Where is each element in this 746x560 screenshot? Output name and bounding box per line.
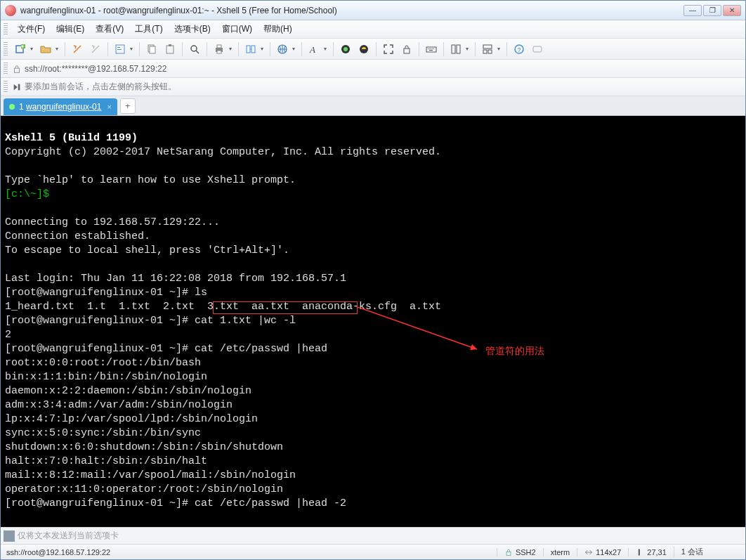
status-protocol: SSH2 [497, 548, 543, 556]
command: cat 1.txt |wc -l [195, 315, 296, 327]
cursor-icon [636, 548, 644, 556]
terminal-line: lp:x:4:7:lp:/var/spool/lpd:/sbin/nologin [5, 413, 258, 425]
transfer-button[interactable] [242, 41, 259, 58]
svg-rect-6 [150, 46, 155, 53]
disconnect-button[interactable] [87, 41, 104, 58]
menubar: 文件(F) 编辑(E) 查看(V) 工具(T) 选项卡(B) 窗口(W) 帮助(… [1, 20, 745, 39]
globe-button[interactable] [274, 41, 291, 58]
new-session-button[interactable] [12, 41, 29, 58]
send-scope-icon[interactable] [4, 530, 15, 542]
command: ls [195, 287, 207, 299]
menu-file[interactable]: 文件(F) [12, 21, 51, 37]
minimize-button[interactable]: — [683, 5, 702, 16]
svg-rect-20 [404, 48, 410, 53]
input-hint: 仅将文本发送到当前选项卡 [18, 530, 119, 542]
maximize-button[interactable]: ❐ [703, 5, 721, 16]
svg-rect-37 [18, 84, 20, 90]
copy-button[interactable] [143, 41, 160, 58]
svg-rect-14 [251, 46, 255, 53]
svg-rect-21 [426, 47, 436, 52]
tab-close-icon[interactable]: × [107, 103, 111, 111]
terminal-line: mail:x:8:12:mail:/var/spool/mail:/sbin/n… [5, 469, 296, 481]
tab-label: wangruifenglinux-01 [26, 102, 101, 112]
size-icon [584, 548, 593, 556]
status-bar: ssh://root@192.168.57.129:22 SSH2 xterm … [1, 544, 745, 559]
annotation-arrow-icon [358, 307, 484, 356]
titlebar: wangruifenglinux-01 - root@wangruifengli… [1, 1, 745, 20]
svg-rect-35 [533, 46, 542, 52]
menu-help[interactable]: 帮助(H) [258, 21, 298, 37]
svg-rect-25 [432, 48, 433, 49]
svg-rect-40 [639, 549, 640, 555]
layout-button[interactable] [479, 41, 496, 58]
svg-rect-27 [429, 50, 433, 51]
terminal-line: To escape to local shell, press 'Ctrl+Al… [5, 245, 289, 256]
terminal-line: adm:x:3:4:adm:/var/adm:/sbin/nologin [5, 399, 233, 411]
terminal-line: Connecting to 192.168.57.129:22... [5, 216, 220, 228]
tab-index: 1 [19, 102, 24, 112]
command: cat /etc/passwd |head -2 [195, 497, 346, 509]
menu-tools[interactable]: 工具(T) [129, 21, 168, 37]
svg-rect-12 [217, 51, 221, 53]
menu-view[interactable]: 查看(V) [90, 21, 129, 37]
svg-point-18 [343, 47, 348, 51]
keyboard-button[interactable] [423, 41, 440, 58]
svg-rect-39 [506, 552, 511, 555]
lock-button[interactable] [398, 41, 415, 58]
lock-icon [12, 64, 22, 74]
remote-prompt: [root@wangruifenglinux-01 ~]# [5, 497, 195, 509]
terminal-line: shutdown:x:6:0:shutdown:/sbin:/sbin/shut… [5, 441, 283, 453]
open-button[interactable] [37, 41, 54, 58]
terminal-line: Copyright (c) 2002-2017 NetSarang Comput… [5, 146, 441, 158]
svg-rect-30 [483, 45, 492, 48]
status-address: ssh://root@192.168.57.129:22 [6, 548, 497, 556]
font-button[interactable]: A [306, 41, 322, 58]
paste-button[interactable] [162, 41, 178, 58]
terminal-line: bin:x:1:1:bin:/bin:/sbin/nologin [5, 371, 207, 383]
color-scheme-button[interactable] [337, 41, 354, 58]
input-bar[interactable]: 仅将文本发送到当前选项卡 [1, 527, 745, 544]
help-button[interactable]: ? [511, 41, 528, 58]
terminal[interactable]: Xshell 5 (Build 1199) Copyright (c) 2002… [1, 116, 745, 527]
local-prompt: [c:\~]$ [5, 188, 49, 200]
menu-tabs[interactable]: 选项卡(B) [169, 21, 216, 37]
svg-line-38 [358, 307, 477, 349]
add-session-arrow-icon[interactable] [12, 82, 22, 92]
svg-rect-36 [15, 68, 20, 72]
reconnect-button[interactable] [69, 41, 86, 58]
svg-rect-32 [488, 50, 492, 53]
menu-window[interactable]: 窗口(W) [216, 21, 258, 37]
status-cursor-pos: 27,31 [628, 548, 674, 556]
terminal-line: Type `help' to learn how to use Xshell p… [5, 174, 296, 186]
tab-add-button[interactable]: + [120, 98, 136, 114]
svg-rect-23 [429, 48, 430, 49]
menu-edit[interactable]: 编辑(E) [51, 21, 90, 37]
grip-icon [4, 81, 8, 93]
properties-button[interactable] [112, 41, 129, 58]
svg-rect-11 [217, 45, 221, 48]
about-button[interactable] [529, 41, 546, 58]
connection-status-icon [9, 104, 15, 110]
remote-prompt: [root@wangruifenglinux-01 ~]# [5, 343, 195, 355]
svg-rect-24 [431, 48, 431, 49]
terminal-line: 1_heard.txt 1.t 1.txt 2.txt 3.txt aa.txt… [5, 301, 441, 313]
tile-button[interactable] [447, 41, 464, 58]
terminal-line: operator:x:11:0:operator:/root:/sbin/nol… [5, 483, 283, 495]
print-button[interactable] [211, 41, 228, 58]
find-button[interactable] [186, 41, 203, 58]
svg-rect-13 [247, 46, 250, 53]
svg-rect-22 [428, 48, 428, 49]
tab-strip: 1 wangruifenglinux-01 × + [1, 96, 745, 116]
session-tab[interactable]: 1 wangruifenglinux-01 × [4, 98, 117, 115]
status-terminal-type: xterm [543, 548, 577, 556]
window-title: wangruifenglinux-01 - root@wangruifengli… [20, 6, 683, 15]
terminal-line: Connection established. [5, 230, 150, 242]
address-url[interactable]: ssh://root:********@192.168.57.129:22 [25, 64, 742, 74]
close-button[interactable]: ✕ [723, 5, 741, 16]
svg-rect-26 [433, 48, 434, 49]
info-hint: 要添加当前会话，点击左侧的箭头按钮。 [25, 81, 176, 93]
terminal-line: halt:x:7:0:halt:/sbin:/sbin/halt [5, 455, 207, 467]
highlight-button[interactable] [355, 41, 372, 58]
svg-rect-8 [169, 44, 171, 46]
fullscreen-button[interactable] [380, 41, 397, 58]
